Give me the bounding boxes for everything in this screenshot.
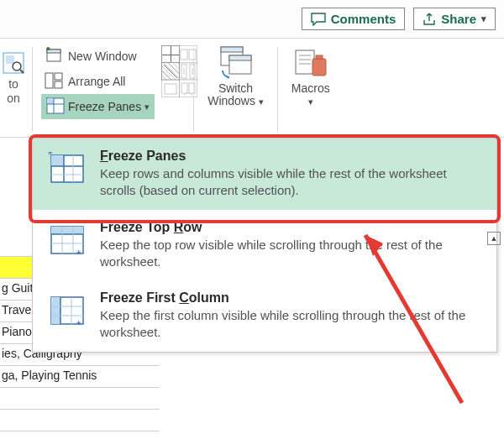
svg-rect-26	[296, 50, 314, 74]
menu-item-desc: Keep rows and columns visible while the …	[100, 165, 483, 200]
svg-rect-7	[55, 73, 62, 80]
chevron-down-icon: ▾	[308, 97, 313, 107]
svg-rect-1	[6, 55, 14, 64]
share-label: Share	[441, 12, 476, 26]
comments-label: Comments	[331, 12, 396, 26]
svg-rect-5	[47, 50, 60, 53]
freeze-panes-dropdown-button[interactable]: * Freeze Panes ▾	[41, 94, 155, 119]
title-bar-right: Comments Share ▾	[0, 0, 504, 39]
switch-windows-icon	[218, 45, 255, 79]
ribbon-view-section: to on New Window Arrange All * Freeze Pa…	[0, 39, 504, 138]
new-window-label: New Window	[68, 50, 137, 63]
ribbon-separator	[277, 47, 278, 132]
svg-line-3	[20, 70, 24, 73]
svg-rect-20	[181, 83, 187, 93]
svg-rect-40	[51, 227, 83, 234]
menu-item-title: Freeze First Column	[100, 290, 483, 306]
svg-rect-10	[47, 98, 54, 104]
switch-windows-button[interactable]: Switch Windows ▾	[199, 44, 272, 108]
ribbon-separator	[32, 47, 33, 132]
menu-item-title: Freeze Panes	[100, 149, 483, 164]
macros-icon	[292, 45, 329, 79]
synchronous-scrolling-button[interactable]	[179, 62, 197, 81]
arrange-all-label: Arrange All	[68, 75, 125, 88]
macros-button[interactable]: Macros▾	[283, 44, 339, 108]
unhide-window-button[interactable]	[161, 79, 180, 97]
svg-rect-25	[229, 55, 251, 60]
freeze-top-row-icon: *	[46, 220, 88, 257]
reset-window-position-button[interactable]	[179, 79, 197, 97]
share-button[interactable]: Share ▾	[413, 8, 496, 30]
chevron-down-icon: ▾	[259, 97, 264, 107]
ribbon-partial-group-left: to on	[0, 44, 27, 105]
svg-rect-14	[181, 50, 187, 60]
split-button[interactable]	[161, 45, 180, 64]
chevron-down-icon: ▾	[481, 13, 486, 24]
partial-label-2: on	[2, 91, 25, 106]
switch-windows-label: Switch Windows ▾	[207, 82, 264, 108]
arrange-all-button[interactable]: Arrange All	[41, 69, 155, 94]
svg-point-2	[13, 62, 21, 71]
zoom-selection-icon	[3, 52, 24, 74]
menu-item-freeze-top-row[interactable]: * Freeze Top Row Keep the top row visibl…	[33, 210, 496, 281]
svg-rect-47	[51, 297, 60, 324]
svg-rect-33	[51, 155, 64, 166]
cell-row[interactable]: ga, Playing Tennis	[0, 366, 160, 388]
svg-rect-15	[189, 50, 196, 60]
window-group: New Window Arrange All * Freeze Panes ▾	[38, 44, 155, 119]
svg-line-16	[164, 65, 177, 78]
svg-rect-6	[45, 73, 53, 88]
macros-label: Macros	[291, 81, 330, 95]
svg-rect-30	[312, 59, 326, 76]
svg-rect-8	[55, 81, 62, 88]
cell-row[interactable]	[0, 410, 160, 431]
window-mini-buttons	[155, 44, 188, 87]
svg-rect-21	[189, 83, 195, 93]
menu-item-desc: Keep the top row visible while scrolling…	[100, 237, 483, 271]
view-side-by-side-button[interactable]	[179, 45, 197, 64]
freeze-panes-menu: * Freeze Panes Keep rows and columns vis…	[32, 138, 497, 353]
svg-rect-19	[165, 84, 176, 94]
scrollbar-up-button[interactable]: ▲	[487, 232, 501, 245]
hide-window-button[interactable]	[161, 62, 180, 81]
cell-row[interactable]	[0, 388, 160, 410]
svg-text:*: *	[76, 248, 81, 257]
svg-rect-23	[221, 47, 243, 52]
comments-button[interactable]: Comments	[302, 8, 406, 30]
menu-item-freeze-panes[interactable]: * Freeze Panes Keep rows and columns vis…	[33, 138, 496, 210]
chevron-down-icon: ▾	[144, 102, 150, 112]
new-window-button[interactable]: New Window	[41, 44, 155, 69]
freeze-panes-icon: *	[46, 97, 65, 117]
menu-item-freeze-first-column[interactable]: * Freeze First Column Keep the first col…	[33, 280, 496, 352]
svg-rect-31	[316, 55, 323, 59]
freeze-panes-label: Freeze Panes	[68, 100, 141, 113]
svg-text:*: *	[76, 318, 81, 327]
freeze-first-column-icon: *	[46, 290, 88, 327]
svg-text:*: *	[48, 152, 53, 161]
freeze-panes-icon: *	[46, 149, 88, 186]
new-window-icon	[45, 47, 63, 66]
svg-text:*: *	[46, 97, 48, 102]
menu-item-title: Freeze Top Row	[100, 220, 483, 235]
arrange-all-icon	[45, 72, 63, 91]
partial-label-1: to	[2, 77, 25, 91]
menu-item-desc: Keep the first column visible while scro…	[100, 307, 483, 342]
share-icon	[423, 13, 436, 26]
comment-icon	[311, 13, 326, 26]
